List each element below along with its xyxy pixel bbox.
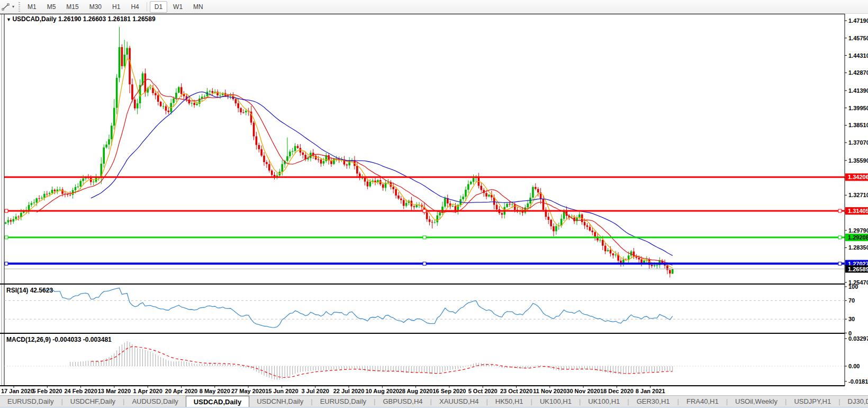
price-tick-label: 1.45750	[848, 35, 868, 41]
price-tick-label: 1.38510	[848, 122, 868, 128]
chart-tab-gbpusd-h4[interactable]: GBPUSD,H4	[375, 396, 430, 407]
date-tick-label: 22 Jul 2020	[333, 388, 365, 394]
hline-price-label: 1.29208	[845, 234, 868, 241]
chart-area[interactable]: 1.471901.457501.443101.428701.413901.399…	[0, 14, 868, 395]
date-tick-label: 18 Dec 2020	[600, 388, 634, 394]
candle	[121, 44, 123, 69]
rsi-axis-label: 100	[848, 283, 858, 290]
date-tick-label: 11 Nov 2020	[533, 388, 566, 394]
chart-tab-xauusd-h4[interactable]: XAUUSD,H4	[432, 396, 486, 407]
mt4-window: ▾ M1M5M15M30H1H4D1W1MN 1.471901.457501.4…	[0, 0, 868, 408]
price-tick-label: 1.29790	[848, 227, 868, 234]
timeframe-button-h1[interactable]: H1	[107, 1, 125, 13]
date-tick-label: 16 Sep 2020	[432, 388, 466, 394]
price-tick-label: 1.28350	[848, 244, 868, 251]
timeframe-toolbar: ▾ M1M5M15M30H1H4D1W1MN	[0, 0, 868, 14]
candle	[160, 101, 162, 107]
chart-tab-fra40-h1[interactable]: FRA40,H1	[679, 396, 726, 407]
macd-label: MACD(12,26,9) -0.004033 -0.003481	[6, 336, 112, 343]
trendline-tool-icon	[2, 3, 11, 11]
timeframe-buttons: M1M5M15M30H1H4D1W1MN	[22, 1, 209, 13]
price-tick-label: 1.44310	[848, 52, 868, 59]
chart-tab-usoil-weekly[interactable]: USOil,Weekly	[728, 396, 785, 407]
date-tick-label: 5 Oct 2020	[468, 388, 498, 394]
hline-handle[interactable]	[5, 262, 8, 265]
date-tick-label: 1 Apr 2020	[133, 388, 162, 394]
date-tick-label: 5 Feb 2020	[32, 388, 62, 394]
timeframe-button-m1[interactable]: M1	[23, 1, 41, 13]
hline-handle[interactable]	[423, 236, 426, 239]
hline-handle[interactable]	[423, 209, 426, 212]
price-tick-label: 1.32710	[848, 192, 868, 198]
date-tick-label: 17 Jan 2020	[1, 388, 34, 394]
date-tick-label: 15 Jun 2020	[265, 388, 298, 394]
current-price-label: 1.26589	[845, 265, 868, 273]
timeframe-button-d1[interactable]: D1	[150, 1, 167, 13]
hline-price-label: 1.34206	[845, 173, 868, 181]
rsi-axis-label: 70	[848, 297, 855, 304]
hline-handle[interactable]	[423, 262, 426, 265]
macd-axis-label: -0.018154	[848, 378, 868, 385]
timeframe-button-w1[interactable]: W1	[168, 1, 187, 13]
chart-tab-usdchf-daily[interactable]: USDCHF,Daily	[63, 396, 123, 407]
date-tick-label: 23 Oct 2020	[500, 388, 532, 394]
hline-handle[interactable]	[838, 236, 842, 239]
date-tick-label: 10 Aug 2020	[365, 388, 399, 394]
macd-axis-label: 0.00	[848, 363, 860, 369]
hline-handle[interactable]	[5, 236, 8, 239]
chart-tab-usdcad-daily[interactable]: USDCAD,Daily	[186, 396, 249, 407]
price-tick-label: 1.37070	[848, 139, 868, 146]
hline-handle[interactable]	[5, 209, 8, 212]
svg-text:1.26589: 1.26589	[848, 266, 868, 272]
chart-title: ▼ USDCAD,Daily 1.26190 1.26603 1.26181 1…	[6, 15, 156, 23]
chart-tab-eurusd-daily[interactable]: EURUSD,Daily	[0, 396, 61, 407]
rsi-axis-label: 30	[848, 316, 855, 322]
chart-tab-usdjpy-h1[interactable]: USDJPY,H1	[786, 396, 838, 407]
timeframe-button-m15[interactable]: M15	[61, 1, 83, 13]
hline-handle[interactable]	[838, 209, 842, 212]
price-tick-label: 1.47190	[848, 17, 868, 24]
timeframe-button-m30[interactable]: M30	[85, 1, 106, 13]
chart-tab-ger30-h1[interactable]: GER30,H1	[629, 396, 677, 407]
price-tick-label: 1.39950	[848, 105, 868, 111]
price-tick-label: 1.41390	[848, 87, 868, 94]
toolbar-divider	[147, 2, 147, 11]
hline-handle[interactable]	[838, 262, 842, 265]
date-tick-label: 28 Aug 2020	[399, 388, 433, 394]
chevron-down-icon: ▾	[12, 4, 14, 9]
chart-tab-usdcnh-daily[interactable]: USDCNH,Daily	[249, 396, 311, 407]
chart-tab-audusd-daily[interactable]: AUDUSD,Daily	[124, 396, 185, 407]
usdcad-daily-chart[interactable]: 1.471901.457501.443101.428701.413901.399…	[0, 14, 868, 395]
draw-tool-button[interactable]: ▾	[0, 1, 16, 12]
chart-tab-dj30-daily[interactable]: DJ30,Daily	[840, 396, 868, 407]
svg-text:1.34206: 1.34206	[848, 174, 868, 180]
price-tick-label: 1.35590	[848, 157, 868, 164]
timeframe-button-mn[interactable]: MN	[188, 1, 208, 13]
macd-axis-label: 0.032972	[848, 335, 868, 342]
timeframe-button-m5[interactable]: M5	[42, 1, 61, 13]
chart-tab-uk100-h1[interactable]: UK100,H1	[532, 396, 579, 407]
date-tick-label: 30 Nov 2020	[566, 388, 600, 394]
svg-text:1.31405: 1.31405	[848, 208, 868, 214]
chart-tab-hk50-h1[interactable]: HK50,H1	[488, 396, 531, 407]
candle	[672, 269, 674, 274]
chart-title-collapse-icon[interactable]: ▼	[6, 17, 12, 22]
date-tick-label: 13 Mar 2020	[98, 388, 131, 394]
timeframe-button-h4[interactable]: H4	[126, 1, 143, 13]
chart-tab-eurusd-daily[interactable]: EURUSD,Daily	[313, 396, 374, 407]
date-tick-label: 8 May 2020	[200, 388, 230, 394]
date-tick-label: 20 Apr 2020	[165, 388, 197, 394]
toolbar-grip[interactable]	[19, 2, 20, 12]
hline-price-label: 1.31405	[845, 207, 868, 215]
chart-tab-uk100-h1[interactable]: UK100,H1	[581, 396, 627, 407]
date-tick-label: 3 Jul 2020	[301, 388, 329, 394]
rsi-label: RSI(14) 42.5623	[6, 287, 53, 294]
price-tick-label: 1.42870	[848, 69, 868, 76]
date-tick-label: 24 Feb 2020	[64, 388, 97, 394]
svg-text:1.29208: 1.29208	[848, 234, 868, 241]
chart-tab-bar: EURUSD,Daily|USDCHF,Daily|AUDUSD,DailyUS…	[0, 395, 868, 407]
date-tick-label: 8 Jan 2021	[636, 388, 665, 394]
date-tick-label: 27 May 2020	[231, 388, 265, 394]
